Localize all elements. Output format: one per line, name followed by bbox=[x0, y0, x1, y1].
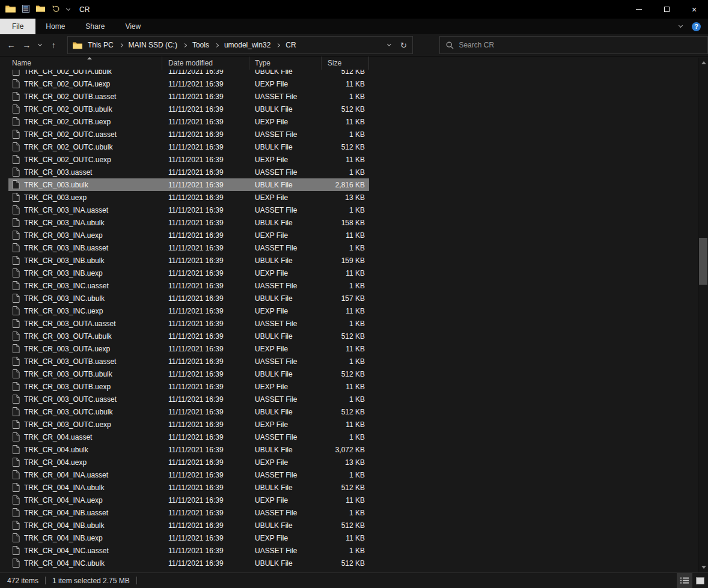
navigation-toolbar: ← → ↑ This PC MAIN SSD (C:) Tools umodel… bbox=[0, 34, 708, 56]
table-row[interactable]: TRK_CR_002_OUTB.uexp 11/11/2021 16:39 UE… bbox=[8, 115, 369, 128]
properties-icon[interactable] bbox=[22, 5, 29, 14]
column-header-size[interactable]: Size bbox=[322, 56, 369, 70]
table-row[interactable]: TRK_CR_004_INB.uasset 11/11/2021 16:39 U… bbox=[8, 506, 369, 519]
file-icon bbox=[12, 432, 20, 441]
table-row[interactable]: TRK_CR_003_INC.ubulk 11/11/2021 16:39 UB… bbox=[8, 292, 369, 305]
help-icon[interactable]: ? bbox=[692, 22, 701, 31]
table-row[interactable]: TRK_CR_003.uasset 11/11/2021 16:39 UASSE… bbox=[8, 166, 369, 178]
minimize-button[interactable] bbox=[625, 0, 653, 19]
table-row[interactable]: TRK_CR_003_INA.uexp 11/11/2021 16:39 UEX… bbox=[8, 229, 369, 241]
search-icon bbox=[446, 41, 454, 49]
table-row[interactable]: TRK_CR_002_OUTB.ubulk 11/11/2021 16:39 U… bbox=[8, 103, 369, 115]
column-header-name[interactable]: Name bbox=[8, 56, 162, 70]
file-date-modified: 11/11/2021 16:39 bbox=[162, 294, 249, 303]
table-row[interactable]: TRK_CR_004.ubulk 11/11/2021 16:39 UBULK … bbox=[8, 443, 369, 456]
ribbon-collapse-chevron-icon[interactable] bbox=[679, 23, 683, 28]
qat-customize-chevron-icon[interactable] bbox=[66, 6, 70, 10]
thumbnails-view-button[interactable] bbox=[692, 573, 708, 588]
table-row[interactable]: TRK_CR_002_OUTC.uasset 11/11/2021 16:39 … bbox=[8, 128, 369, 141]
file-icon bbox=[12, 193, 20, 202]
table-row[interactable]: TRK_CR_004_INA.uasset 11/11/2021 16:39 U… bbox=[8, 468, 369, 481]
file-type: UBULK File bbox=[249, 181, 322, 189]
forward-button[interactable]: → bbox=[19, 37, 34, 53]
table-row[interactable]: TRK_CR_003.ubulk 11/11/2021 16:39 UBULK … bbox=[8, 178, 369, 191]
search-input[interactable] bbox=[459, 41, 701, 49]
file-icon bbox=[12, 546, 20, 555]
table-row[interactable]: TRK_CR_004_INB.ubulk 11/11/2021 16:39 UB… bbox=[8, 519, 369, 532]
breadcrumb-separator-icon[interactable] bbox=[215, 43, 219, 47]
vertical-scrollbar[interactable] bbox=[698, 58, 708, 572]
file-name: TRK_CR_004.uasset bbox=[24, 433, 92, 441]
table-row[interactable]: TRK_CR_002_OUTA.uexp 11/11/2021 16:39 UE… bbox=[8, 77, 369, 90]
table-row[interactable]: TRK_CR_004_INA.uexp 11/11/2021 16:39 UEX… bbox=[8, 494, 369, 506]
table-row[interactable]: TRK_CR_002_OUTC.uexp 11/11/2021 16:39 UE… bbox=[8, 153, 369, 166]
file-type: UASSET File bbox=[249, 130, 322, 139]
table-row[interactable]: TRK_CR_003_OUTA.ubulk 11/11/2021 16:39 U… bbox=[8, 330, 369, 342]
breadcrumb-cr[interactable]: CR bbox=[285, 41, 296, 49]
breadcrumb-umodel-win32[interactable]: umodel_win32 bbox=[224, 41, 271, 49]
scrollbar-thumb[interactable] bbox=[699, 238, 707, 285]
breadcrumb-separator-icon[interactable] bbox=[276, 43, 280, 47]
table-row[interactable]: TRK_CR_004_INA.ubulk 11/11/2021 16:39 UB… bbox=[8, 481, 369, 494]
table-row[interactable]: TRK_CR_003_INC.uasset 11/11/2021 16:39 U… bbox=[8, 279, 369, 292]
new-folder-icon[interactable] bbox=[36, 5, 45, 14]
breadcrumb-drive[interactable]: MAIN SSD (C:) bbox=[128, 41, 178, 49]
address-bar[interactable]: This PC MAIN SSD (C:) Tools umodel_win32… bbox=[67, 36, 414, 54]
file-name: TRK_CR_003_OUTC.ubulk bbox=[24, 408, 112, 416]
close-button[interactable]: × bbox=[680, 0, 708, 19]
breadcrumb-separator-icon[interactable] bbox=[119, 43, 123, 47]
table-row[interactable]: TRK_CR_002_OUTA.ubulk 11/11/2021 16:39 U… bbox=[8, 70, 369, 77]
file-icon bbox=[12, 231, 20, 240]
table-row[interactable]: TRK_CR_003_INA.uasset 11/11/2021 16:39 U… bbox=[8, 204, 369, 216]
table-row[interactable]: TRK_CR_004.uasset 11/11/2021 16:39 UASSE… bbox=[8, 431, 369, 443]
table-row[interactable]: TRK_CR_003_OUTB.ubulk 11/11/2021 16:39 U… bbox=[8, 368, 369, 380]
table-row[interactable]: TRK_CR_003_INA.ubulk 11/11/2021 16:39 UB… bbox=[8, 216, 369, 229]
table-row[interactable]: TRK_CR_003_OUTB.uexp 11/11/2021 16:39 UE… bbox=[8, 380, 369, 393]
details-view-button[interactable] bbox=[677, 573, 692, 588]
table-row[interactable]: TRK_CR_003_OUTC.uasset 11/11/2021 16:39 … bbox=[8, 393, 369, 405]
table-row[interactable]: TRK_CR_003.uexp 11/11/2021 16:39 UEXP Fi… bbox=[8, 191, 369, 204]
scroll-up-button[interactable] bbox=[698, 58, 708, 68]
tab-home[interactable]: Home bbox=[35, 19, 75, 34]
column-header-type[interactable]: Type bbox=[249, 56, 322, 70]
tab-share[interactable]: Share bbox=[75, 19, 115, 34]
file-type: UEXP File bbox=[249, 534, 322, 542]
table-row[interactable]: TRK_CR_003_INB.ubulk 11/11/2021 16:39 UB… bbox=[8, 254, 369, 267]
scroll-down-button[interactable] bbox=[698, 562, 708, 572]
table-row[interactable]: TRK_CR_004_INC.uasset 11/11/2021 16:39 U… bbox=[8, 544, 369, 557]
file-name: TRK_CR_002_OUTC.uexp bbox=[24, 156, 111, 164]
tab-view[interactable]: View bbox=[115, 19, 151, 34]
breadcrumb-separator-icon[interactable] bbox=[183, 43, 187, 47]
table-row[interactable]: TRK_CR_004_INC.ubulk 11/11/2021 16:39 UB… bbox=[8, 557, 369, 569]
recent-locations-chevron[interactable] bbox=[34, 37, 46, 53]
table-row[interactable]: TRK_CR_003_OUTA.uexp 11/11/2021 16:39 UE… bbox=[8, 342, 369, 355]
table-row[interactable]: TRK_CR_004_INB.uexp 11/11/2021 16:39 UEX… bbox=[8, 532, 369, 544]
table-row[interactable]: TRK_CR_003_OUTB.uasset 11/11/2021 16:39 … bbox=[8, 355, 369, 368]
file-icon bbox=[12, 344, 20, 353]
table-row[interactable]: TRK_CR_002_OUTC.ubulk 11/11/2021 16:39 U… bbox=[8, 141, 369, 153]
file-name: TRK_CR_003_OUTC.uasset bbox=[24, 395, 117, 404]
breadcrumb-tools[interactable]: Tools bbox=[192, 41, 210, 49]
table-row[interactable]: TRK_CR_003_INB.uasset 11/11/2021 16:39 U… bbox=[8, 241, 369, 254]
file-date-modified: 11/11/2021 16:39 bbox=[162, 383, 249, 391]
table-row[interactable]: TRK_CR_003_OUTC.uexp 11/11/2021 16:39 UE… bbox=[8, 418, 369, 431]
breadcrumb-this-pc[interactable]: This PC bbox=[87, 41, 114, 49]
titlebar: CR × bbox=[0, 0, 708, 19]
up-button[interactable]: ↑ bbox=[46, 37, 61, 53]
undo-icon[interactable] bbox=[52, 5, 60, 14]
table-row[interactable]: TRK_CR_002_OUTB.uasset 11/11/2021 16:39 … bbox=[8, 90, 369, 103]
file-type: UASSET File bbox=[249, 320, 322, 328]
search-box[interactable] bbox=[439, 36, 708, 54]
address-dropdown-button[interactable] bbox=[382, 37, 396, 53]
back-button[interactable]: ← bbox=[4, 37, 19, 53]
table-row[interactable]: TRK_CR_003_INB.uexp 11/11/2021 16:39 UEX… bbox=[8, 267, 369, 279]
refresh-button[interactable]: ↻ bbox=[396, 37, 410, 53]
file-type: UEXP File bbox=[249, 458, 322, 467]
table-row[interactable]: TRK_CR_003_OUTC.ubulk 11/11/2021 16:39 U… bbox=[8, 405, 369, 418]
table-row[interactable]: TRK_CR_004.uexp 11/11/2021 16:39 UEXP Fi… bbox=[8, 456, 369, 468]
column-header-date-modified[interactable]: Date modified bbox=[162, 56, 249, 70]
table-row[interactable]: TRK_CR_003_INC.uexp 11/11/2021 16:39 UEX… bbox=[8, 305, 369, 317]
table-row[interactable]: TRK_CR_003_OUTA.uasset 11/11/2021 16:39 … bbox=[8, 317, 369, 330]
maximize-button[interactable] bbox=[653, 0, 680, 19]
tab-file[interactable]: File bbox=[0, 19, 35, 34]
